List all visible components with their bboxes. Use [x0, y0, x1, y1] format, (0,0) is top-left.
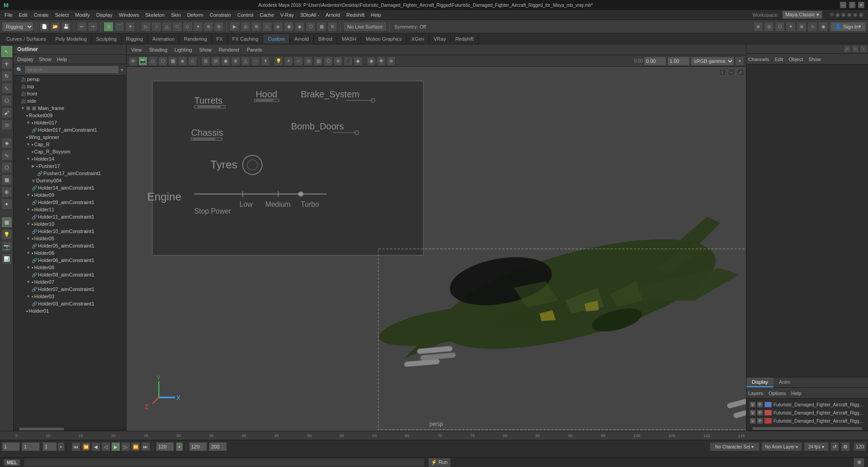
render8-icon[interactable]: ⬡	[306, 22, 316, 32]
vp-effect4-icon[interactable]: ◆	[354, 57, 363, 66]
vp-res1-icon[interactable]: ⊞	[201, 57, 210, 66]
render5-icon[interactable]: ◈	[273, 22, 283, 32]
menu-cache[interactable]: Cache	[257, 11, 277, 19]
paint-tool-btn[interactable]: 🖌	[1, 107, 12, 118]
layer-v-btn[interactable]: V	[750, 402, 755, 407]
no-anim-layer-btn[interactable]: No Anim Layer ▾	[761, 442, 802, 451]
tool7-icon[interactable]: ⊕	[203, 22, 213, 32]
list-item[interactable]: ▼ ▪ Holder05	[14, 235, 126, 242]
vp-hud2-icon[interactable]: ✚	[377, 57, 386, 66]
lasso-tool-btn[interactable]: ⊃	[1, 119, 12, 130]
snap-curve-icon[interactable]: ⌒	[114, 22, 124, 32]
menu-help[interactable]: Help	[368, 11, 384, 19]
tool3-icon[interactable]: △	[162, 22, 172, 32]
tool5-icon[interactable]: ◇	[183, 22, 193, 32]
start-frame-input[interactable]	[2, 442, 20, 451]
tab-fx[interactable]: FX	[212, 34, 228, 43]
rig-tool-btn[interactable]: ✦	[1, 199, 12, 210]
tab-xgen[interactable]: XGen	[407, 34, 429, 43]
snap-grid-icon[interactable]: ⊞	[104, 22, 113, 32]
max-frame-input[interactable]	[209, 442, 227, 451]
menu-edit[interactable]: Edit	[16, 11, 30, 19]
list-item[interactable]: ▪ Wing_spinner	[14, 133, 126, 141]
layer-p-btn[interactable]: P	[757, 402, 763, 407]
render7-icon[interactable]: ◆	[295, 22, 305, 32]
list-item[interactable]: 🔗 Holder07_aimConstraint1	[14, 286, 126, 293]
current-frame-input[interactable]	[22, 442, 40, 451]
render3-icon[interactable]: ⊕	[251, 22, 261, 32]
undo-icon[interactable]: ↩	[77, 22, 87, 32]
list-item[interactable]: ▼ ▪ Holder14	[14, 155, 126, 162]
list-item[interactable]: ▼ ▪ Holder11	[14, 206, 126, 213]
list-item[interactable]: ▼ ▪ Holder017	[14, 119, 126, 126]
list-item[interactable]: ▼ ▪ Holder03	[14, 293, 126, 300]
vp-res5-icon[interactable]: △	[241, 57, 250, 66]
menu-file[interactable]: File	[2, 11, 15, 19]
tab-bifrost[interactable]: Bifrost	[314, 34, 337, 43]
minimize-button[interactable]: ─	[840, 2, 846, 8]
vp-light3-icon[interactable]: ○	[294, 57, 303, 66]
vp-shading-icon[interactable]: ◈	[178, 57, 187, 66]
light-tool-btn[interactable]: 💡	[1, 229, 12, 240]
sign-in-button[interactable]: 👤 Sign In ▾	[830, 22, 866, 32]
tab-custom[interactable]: Custom	[263, 34, 290, 43]
prev-key-btn[interactable]: ⏪	[81, 442, 90, 451]
rigging-dropdown[interactable]: Rigging	[2, 22, 33, 32]
vp-res6-icon[interactable]: ⋯	[251, 57, 260, 66]
move-tool-btn[interactable]: ✛	[1, 58, 12, 69]
rotate-tool-btn[interactable]: ↻	[1, 71, 12, 81]
list-item[interactable]: 🔗 Pusher17_aimConstraint1	[14, 170, 126, 177]
menu-3dtoall[interactable]: 3DtoAll -	[297, 11, 322, 19]
mesh-tool-btn[interactable]: ▦	[1, 174, 12, 185]
panels-menu[interactable]: Panels	[244, 46, 265, 53]
layer-item[interactable]: V P Futuristic_Damaged_Fighter_Aircraft_…	[748, 400, 866, 409]
outliner-menu-display[interactable]: Display	[14, 56, 36, 63]
camera-near-input[interactable]	[644, 57, 666, 66]
play-forward-btn[interactable]: ▶	[111, 442, 120, 451]
timeline-options-btn[interactable]: ⚙	[841, 442, 850, 451]
vp-wire-icon[interactable]: □	[188, 57, 197, 66]
vp-hud1-icon[interactable]: ◉	[367, 57, 376, 66]
menu-redshift[interactable]: Redshift	[344, 11, 367, 19]
tab-poly-modeling[interactable]: Poly Modeling	[51, 34, 91, 43]
vp-hud3-icon[interactable]: ⊕	[387, 57, 396, 66]
list-item[interactable]: ▪ Rocket009	[14, 112, 126, 119]
curve-icon[interactable]: ∿	[807, 22, 817, 32]
vp-cam4-icon[interactable]: ▦	[168, 57, 177, 66]
channels-pin-icon[interactable]: ↕	[860, 45, 867, 52]
channels-expand-icon[interactable]: ⤢	[844, 45, 851, 52]
menu-constrain[interactable]: Constrain	[207, 11, 234, 19]
camera-far-input[interactable]	[667, 57, 690, 66]
no-character-btn[interactable]: No Character Set ▾	[710, 442, 760, 451]
layer-item[interactable]: V P Futuristic_Damaged_Fighter_Aircraft_…	[748, 409, 866, 417]
viewport-canvas[interactable]: Turrets Hood Brake_System Chassis Bomb_D…	[127, 67, 746, 431]
search-options-icon[interactable]: ▾	[121, 67, 123, 73]
vp-light2-icon[interactable]: ☀	[284, 57, 293, 66]
vp-cam3-icon[interactable]: ⬡	[158, 57, 167, 66]
vp-res2-icon[interactable]: ⊟	[211, 57, 220, 66]
vp-effect2-icon[interactable]: ⊗	[334, 57, 343, 66]
tab-redshift[interactable]: Redshift	[451, 34, 478, 43]
list-item[interactable]: ▶ ▪ Pusher17	[14, 162, 126, 170]
list-item[interactable]: 🔗 Holder03_aimConstraint1	[14, 300, 126, 307]
vp-effect1-icon[interactable]: ⬡	[324, 57, 333, 66]
help-tab[interactable]: Help	[791, 391, 802, 396]
list-item[interactable]: 🎥 side	[14, 97, 126, 105]
layer-p-btn[interactable]: P	[757, 410, 763, 415]
vp-effect3-icon[interactable]: ⬛	[344, 57, 353, 66]
list-item[interactable]: 🎥 top	[14, 83, 126, 90]
curves-tool-btn[interactable]: ∿	[1, 150, 12, 161]
vp-cam1-icon[interactable]: 📷	[138, 57, 147, 66]
menu-control[interactable]: Control	[235, 11, 256, 19]
renderer-menu[interactable]: Renderer	[216, 46, 242, 53]
outliner-menu-help[interactable]: Help	[54, 56, 70, 63]
viewport-expand-btn[interactable]: ⤢	[737, 69, 744, 76]
deform-tool-btn[interactable]: ⊕	[1, 186, 12, 197]
jump-start-btn[interactable]: ⏮	[71, 442, 80, 451]
list-item[interactable]: ▼ ⊞ ⊞ Main_frame	[14, 105, 126, 112]
lighting-menu[interactable]: Lighting	[172, 46, 195, 53]
layers-tab[interactable]: Layers	[748, 391, 763, 396]
edit-tab[interactable]: Edit	[774, 57, 783, 62]
list-item[interactable]: 🎥 front	[14, 90, 126, 97]
tab-sculpting[interactable]: Sculpting	[92, 34, 122, 43]
